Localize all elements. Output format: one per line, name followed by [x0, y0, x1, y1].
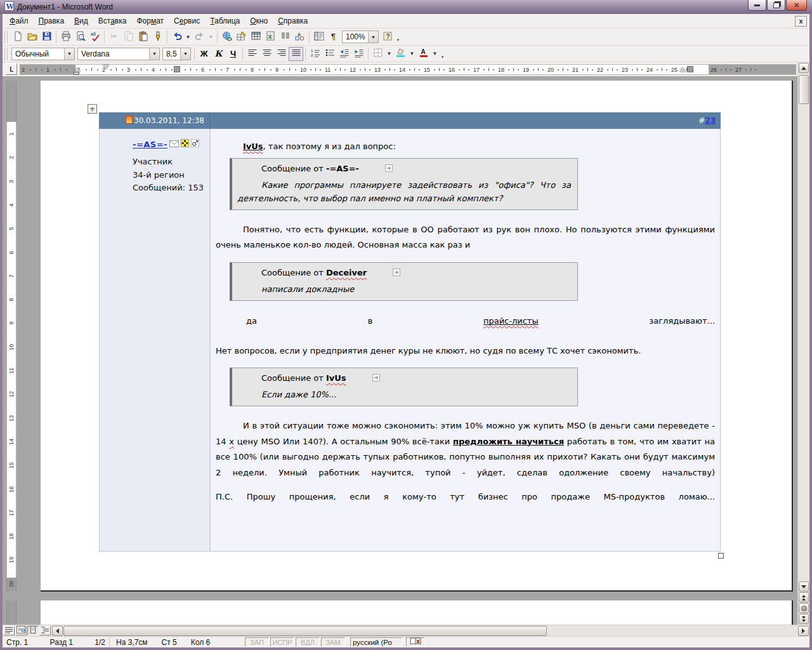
increase-indent-button[interactable]	[351, 47, 366, 61]
close-document-button[interactable]: x	[795, 16, 807, 27]
menu-item-table[interactable]: Таблица	[205, 15, 245, 27]
borders-button[interactable]	[370, 47, 385, 61]
format-painter-button[interactable]	[150, 30, 165, 44]
view-post-icon[interactable]	[361, 164, 393, 174]
right-indent-marker[interactable]	[679, 67, 686, 72]
toolbar-options-button[interactable]: ▾	[395, 30, 402, 44]
spelling-button[interactable]: аб	[88, 30, 102, 44]
status-toggle-зап[interactable]: ЗАП	[245, 637, 269, 647]
insert-table-button[interactable]	[249, 30, 263, 44]
menu-item-insert[interactable]: Вставка	[93, 15, 132, 27]
menu-item-tools[interactable]: Сервис	[169, 15, 205, 27]
style-combobox[interactable]: Обычный▼	[11, 48, 75, 60]
chevron-down-icon[interactable]: ▼	[180, 48, 190, 60]
toolbar-drag-handle[interactable]	[4, 30, 8, 43]
bulleted-list-button[interactable]	[322, 47, 337, 61]
insert-excel-table-button[interactable]: X	[263, 30, 278, 44]
horizontal-scrollbar-thumb[interactable]	[63, 626, 547, 636]
hanging-indent-marker[interactable]	[74, 67, 81, 72]
table-move-handle-icon[interactable]: ↔↕	[88, 104, 97, 114]
highlight-dropdown-button[interactable]: ▼	[408, 47, 416, 61]
document-page-1[interactable]: ↔↕ 30.03.2011, 12:38 #23 -=AS=-	[41, 81, 793, 592]
spelling-status-button[interactable]	[406, 637, 425, 647]
username-link[interactable]: -=AS=-	[133, 140, 167, 149]
help-button[interactable]: ?	[380, 30, 395, 44]
restore-button[interactable]	[767, 0, 785, 11]
decrease-indent-button[interactable]	[337, 47, 351, 61]
status-language[interactable]: русский (Ро	[350, 637, 402, 647]
drawing-button[interactable]: A	[292, 30, 307, 44]
toolbar-drag-handle[interactable]	[4, 48, 8, 60]
columns-button[interactable]	[278, 30, 292, 44]
next-page-button[interactable]	[799, 614, 809, 624]
tab-selector[interactable]: L	[6, 63, 17, 75]
first-line-indent-marker[interactable]	[103, 65, 109, 69]
paste-button[interactable]	[136, 30, 150, 44]
status-toggle-вдл[interactable]: ВДЛ	[296, 637, 320, 647]
save-button[interactable]	[39, 30, 54, 44]
size-combobox[interactable]: 8,5▼	[162, 48, 191, 60]
scroll-up-button[interactable]	[799, 63, 809, 73]
open-button[interactable]	[25, 30, 39, 44]
status-toggle-зам[interactable]: ЗАМ	[321, 637, 345, 647]
zoom-combobox[interactable]: 100%▼	[342, 30, 379, 43]
outline-view-button[interactable]	[39, 626, 51, 635]
chevron-down-icon[interactable]: ▼	[368, 31, 378, 43]
font-color-button[interactable]: А	[416, 47, 431, 61]
icq-status-icon[interactable]	[181, 139, 189, 149]
table-column-marker[interactable]	[174, 66, 180, 72]
borders-dropdown-button[interactable]: ▼	[385, 47, 393, 61]
message-icon[interactable]	[169, 140, 179, 149]
post-number-link[interactable]: 23	[705, 116, 716, 125]
previous-page-button[interactable]	[799, 592, 809, 602]
new-document-button[interactable]	[10, 30, 25, 44]
table-resize-handle[interactable]	[718, 553, 724, 559]
document-map-button[interactable]	[311, 30, 326, 44]
undo-button[interactable]	[169, 30, 184, 44]
toolbar-options-button[interactable]: ▾	[439, 47, 446, 61]
minimize-button[interactable]	[748, 0, 766, 11]
print-layout-view-button[interactable]	[27, 626, 39, 635]
vertical-scrollbar[interactable]	[797, 62, 809, 625]
undo-dropdown-button[interactable]: ▼	[184, 30, 192, 44]
align-center-button[interactable]	[259, 47, 274, 61]
menu-item-help[interactable]: Справка	[273, 15, 313, 27]
align-right-button[interactable]	[274, 47, 289, 61]
show-formatting-marks-button[interactable]: ¶	[326, 30, 341, 44]
vertical-scrollbar-thumb[interactable]	[799, 75, 809, 104]
horizontal-scroll-track[interactable]	[63, 626, 797, 636]
bold-button[interactable]: Ж	[197, 47, 211, 61]
web-layout-view-button[interactable]	[15, 626, 27, 635]
font-color-dropdown-button[interactable]: ▼	[431, 47, 439, 61]
menu-item-edit[interactable]: Правка	[34, 15, 70, 27]
menu-item-view[interactable]: Вид	[69, 15, 93, 27]
print-preview-button[interactable]	[73, 30, 88, 44]
scroll-down-button[interactable]	[799, 581, 809, 592]
table-right-marker[interactable]	[687, 66, 693, 72]
menu-item-window[interactable]: Окно	[245, 15, 273, 27]
view-post-icon[interactable]	[348, 374, 380, 383]
document-page-2[interactable]	[41, 600, 793, 625]
status-toggle-испр[interactable]: ИСПР	[270, 637, 294, 647]
left-indent-marker[interactable]	[74, 72, 79, 75]
align-justify-button[interactable]	[289, 47, 303, 61]
horizontal-scrollbar[interactable]	[3, 625, 809, 636]
close-button[interactable]: ✕	[786, 0, 807, 11]
chevron-down-icon[interactable]: ▼	[149, 48, 159, 60]
menu-item-file[interactable]: Файл	[4, 15, 34, 27]
align-left-button[interactable]	[245, 47, 259, 61]
highlight-button[interactable]	[393, 47, 408, 61]
select-browse-object-button[interactable]	[799, 603, 809, 613]
underline-button[interactable]: Ч	[226, 47, 240, 61]
menu-item-format[interactable]: Формат	[131, 15, 169, 27]
normal-view-button[interactable]	[3, 626, 15, 635]
numbered-list-button[interactable]: 1.2.	[308, 47, 322, 61]
print-button[interactable]	[58, 30, 73, 44]
tables-and-borders-button[interactable]	[234, 30, 249, 44]
font-combobox[interactable]: Verdana▼	[77, 48, 160, 60]
view-post-icon[interactable]	[369, 269, 400, 278]
italic-button[interactable]: К	[211, 47, 226, 61]
chevron-down-icon[interactable]: ▼	[64, 48, 74, 60]
insert-hyperlink-button[interactable]	[219, 30, 234, 44]
scroll-right-button[interactable]	[798, 626, 809, 636]
